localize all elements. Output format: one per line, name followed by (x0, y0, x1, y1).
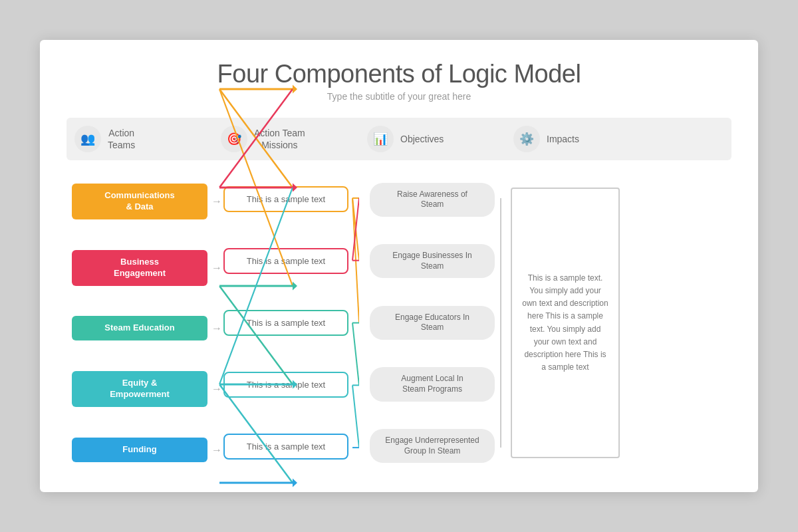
svg-line-8 (352, 385, 359, 448)
objectives-icon: 📊 (367, 126, 394, 152)
teams-icon: 👥 (74, 126, 101, 152)
objective-box-4: Engage UnderrepresentedGroup In Steam (370, 429, 495, 463)
objective-box-1: Engage Businesses InSteam (370, 244, 495, 278)
header-objectives-label: Objectives (400, 133, 444, 145)
diagram: 👥 ActionTeams 🎯 Action TeamMissions 📊 Ob… (66, 118, 732, 479)
header-impacts-label: Impacts (547, 133, 579, 145)
title-section: Four Components of Logic Model Type the … (66, 60, 732, 102)
col-impacts: This is a sample text. You simply add yo… (505, 167, 625, 479)
content-area: Communications& Data BusinessEngagement … (66, 167, 732, 479)
impacts-icon: ⚙️ (513, 126, 540, 152)
svg-line-1 (352, 198, 359, 261)
objective-box-2: Engage Educators InSteam (370, 306, 495, 340)
main-title: Four Components of Logic Model (66, 60, 732, 88)
col-missions: This is a sample text This is a sample t… (213, 167, 359, 479)
svg-line-2 (352, 198, 359, 323)
missions-icon: 🎯 (221, 126, 247, 152)
header-teams-label: ActionTeams (108, 127, 135, 151)
impact-box: This is a sample text. You simply add yo… (511, 188, 620, 459)
team-badge-4: Funding (72, 438, 207, 462)
svg-line-6 (352, 323, 359, 386)
header-cell-teams: 👥 ActionTeams (66, 123, 213, 155)
mission-box-0: This is a sample text (223, 186, 348, 212)
mission-box-3: This is a sample text (223, 372, 348, 398)
header-missions-label: Action TeamMissions (254, 127, 305, 151)
slide: Four Components of Logic Model Type the … (40, 40, 758, 492)
header-cell-impacts: ⚙️ Impacts (505, 123, 625, 155)
subtitle: Type the subtitle of your great here (66, 91, 732, 102)
svg-marker-25 (293, 479, 297, 487)
col-teams: Communications& Data BusinessEngagement … (66, 167, 213, 479)
team-badge-2: Steam Education (72, 316, 207, 340)
objective-box-0: Raise Awareness ofSteam (370, 183, 495, 217)
col-objectives: Raise Awareness ofSteam Engage Businesse… (359, 167, 505, 479)
mission-box-4: This is a sample text (223, 434, 348, 460)
mission-box-2: This is a sample text (223, 310, 348, 336)
header-cell-missions: 🎯 Action TeamMissions (213, 123, 359, 155)
objective-box-3: Augment Local InSteam Programs (370, 367, 495, 401)
mission-box-1: This is a sample text (223, 248, 348, 274)
col-divider (500, 198, 501, 448)
team-badge-3: Equity &Empowerment (72, 371, 207, 407)
team-badge-0: Communications& Data (72, 184, 207, 219)
header-cell-objectives: 📊 Objectives (359, 123, 505, 155)
svg-line-3 (352, 198, 359, 261)
header-row: 👥 ActionTeams 🎯 Action TeamMissions 📊 Ob… (66, 118, 732, 160)
team-badge-1: BusinessEngagement (72, 250, 207, 286)
